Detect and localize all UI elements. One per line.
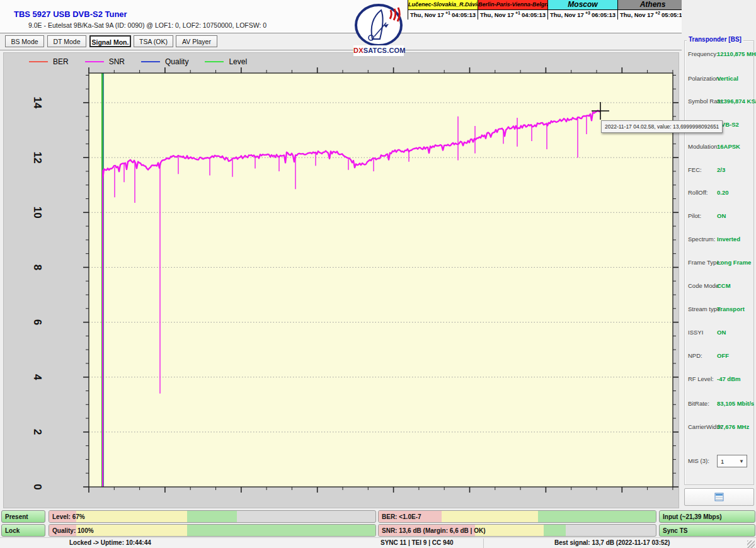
bar-segment-green	[187, 525, 375, 536]
progress-bar: SNR: 13,6 dB (Margin: 6,6 dB | OK)	[378, 524, 656, 537]
clock-hms: 04:05:13	[452, 11, 476, 18]
app-title: TBS 5927 USB DVB-S2 Tuner	[14, 9, 127, 19]
bar-label: SNR: 13,6 dB (Margin: 6,6 dB | OK)	[382, 525, 485, 537]
plot-area	[89, 73, 673, 487]
transponder-value: 12110,875 MHz	[717, 50, 756, 57]
legend-item-quality: Quality	[141, 57, 188, 66]
transponder-row: NPD:OFF	[682, 352, 756, 362]
clock-city-header: Lučenec-Slovakia_R.Dávid	[408, 0, 478, 10]
transponder-label: Pilot:	[688, 212, 701, 219]
list-icon	[714, 493, 724, 501]
tab-signal-mon-[interactable]: Signal Mon.	[89, 35, 131, 47]
utc-offset: +2	[654, 11, 662, 15]
legend-line-swatch	[85, 61, 104, 62]
chart-tooltip: 2022-11-17 04.02.58, value: 13,699999809…	[601, 120, 723, 133]
status-button-present[interactable]: Present	[1, 510, 45, 523]
transponder-label: RollOff:	[688, 189, 708, 196]
y-axis-label: 12	[32, 152, 43, 164]
sync-status: SYNC 11 | TEI 9 | CC 940	[381, 539, 454, 546]
y-axis-label: 10	[32, 207, 43, 219]
legend-label: Level	[229, 57, 247, 66]
bar-segment-yellow	[442, 511, 538, 522]
progress-bar: BER: <1.0E-7	[378, 510, 656, 523]
clock-city-header: Berlin-Paris-Vienna-Belgrade	[478, 0, 547, 10]
clock-cell: Berlin-Paris-Vienna-BelgradeThu, Nov 17+…	[478, 0, 548, 20]
transponder-row: RF Level:-47 dBm	[682, 375, 756, 385]
transponder-value: CCM	[717, 282, 731, 289]
best-signal-status: Best signal: 13,7 dB (2022-11-17 03:52)	[554, 539, 670, 546]
dxsatcs-logo: DXSATCS.COM	[353, 4, 404, 58]
clock-date: Thu, Nov 17	[620, 11, 654, 18]
clock-time: Thu, Nov 17+104:05:13	[478, 10, 547, 20]
transponder-label: FEC:	[688, 166, 702, 173]
clock-date: Thu, Nov 17	[550, 11, 584, 18]
transponder-value: Long Frame	[717, 259, 751, 266]
transponder-value: OFF	[717, 352, 729, 359]
tab-bs-mode[interactable]: BS Mode	[5, 35, 44, 47]
y-axis-label: 8	[32, 265, 43, 270]
y-axis-label: 4	[32, 374, 43, 380]
transponder-value: Transport	[717, 305, 745, 312]
legend-label: BER	[53, 57, 69, 66]
legend-item-snr: SNR	[85, 57, 125, 66]
transponder-label: ISSYI	[688, 329, 703, 336]
bar-segment-yellow	[76, 511, 187, 522]
transponder-title: Transponder [BS]	[687, 36, 743, 43]
clock-cell: Lučenec-Slovakia_R.DávidThu, Nov 17+104:…	[408, 0, 478, 20]
transponder-row: Symbol Rate:31396,874 KS/s	[682, 98, 756, 108]
legend-label: Quality	[165, 57, 188, 66]
transponder-label: BitRate:	[688, 400, 709, 407]
bar-segment-green	[544, 525, 566, 536]
tab-tsa-ok-[interactable]: TSA (OK)	[134, 35, 173, 47]
snr-trend-chart[interactable]: 02468101214	[4, 53, 680, 509]
utc-offset: +3	[584, 11, 592, 15]
transponder-row: CarrierWidth:37,676 MHz	[682, 423, 756, 433]
logo-text: DXSATCS.COM	[353, 45, 404, 56]
transponder-row: Modulation:16APSK	[682, 143, 756, 153]
utc-offset: +1	[514, 11, 522, 15]
transponder-sidebar: Transponder [BS] Frequency:12110,875 MHz…	[682, 0, 756, 509]
y-axis-label: 2	[32, 429, 43, 435]
transponder-label: Spectrum:	[688, 236, 715, 243]
transponder-value: 83,105 Mbit/s	[717, 400, 754, 407]
status-button-lock[interactable]: Lock	[1, 524, 45, 537]
transponder-value: ON	[717, 329, 726, 336]
transponder-row: ISSYION	[682, 329, 756, 339]
transponder-row: FEC:2/3	[682, 166, 756, 176]
transponder-label: Code Mode:	[688, 282, 721, 289]
status-bar: Locked -> Uptime: 10:44:44 SYNC 11 | TEI…	[0, 537, 756, 548]
transponder-value: ON	[717, 212, 726, 219]
transponder-value: 37,676 MHz	[717, 423, 749, 430]
clock-hms: 06:05:13	[592, 11, 616, 18]
chart-legend: BERSNRQualityLevel	[29, 55, 263, 68]
transponder-value: 2/3	[717, 166, 725, 173]
mis-selected-value: 1	[721, 458, 724, 465]
clock-date: Thu, Nov 17	[410, 11, 444, 18]
tab-av-player[interactable]: AV Player	[176, 35, 217, 47]
status-button-input-21-39-mbps-[interactable]: Input (~21,39 Mbps)	[659, 510, 755, 523]
bar-segment-green	[187, 511, 237, 522]
y-axis-label: 6	[32, 319, 43, 325]
transponder-value: 16APSK	[717, 143, 740, 150]
clock-time: Thu, Nov 17+104:05:13	[408, 10, 478, 20]
chevron-down-icon: ▼	[739, 459, 744, 464]
transponder-row: Code Mode:CCM	[682, 282, 756, 292]
tab-dt-mode[interactable]: DT Mode	[47, 35, 86, 47]
clock-cell: AthensThu, Nov 17+205:05:13	[618, 0, 688, 20]
resize-grip[interactable]	[747, 540, 755, 548]
progress-bar: Level: 67%	[49, 510, 376, 523]
status-button-sync-ts[interactable]: Sync TS	[659, 524, 755, 537]
transponder-row: RollOff:0.20	[682, 189, 756, 199]
mis-label: MIS (3):	[688, 457, 709, 464]
satellite-dish-icon	[353, 4, 404, 47]
mis-dropdown[interactable]: 1 ▼	[717, 455, 747, 467]
transponder-row: Polarization:Vertical	[682, 75, 756, 85]
legend-line-swatch	[141, 61, 160, 62]
statusbar-divider	[483, 539, 484, 548]
transponder-row: Stream type:Transport	[682, 305, 756, 316]
legend-item-level: Level	[205, 57, 247, 66]
stream-list-button[interactable]	[684, 488, 754, 506]
bar-label: BER: <1.0E-7	[382, 511, 421, 523]
lnb-settings-subtitle: 9.0E - Eutelsat 9B/Ka-Sat 9A (ID: 0090) …	[28, 21, 266, 29]
transponder-label: Modulation:	[688, 143, 719, 150]
